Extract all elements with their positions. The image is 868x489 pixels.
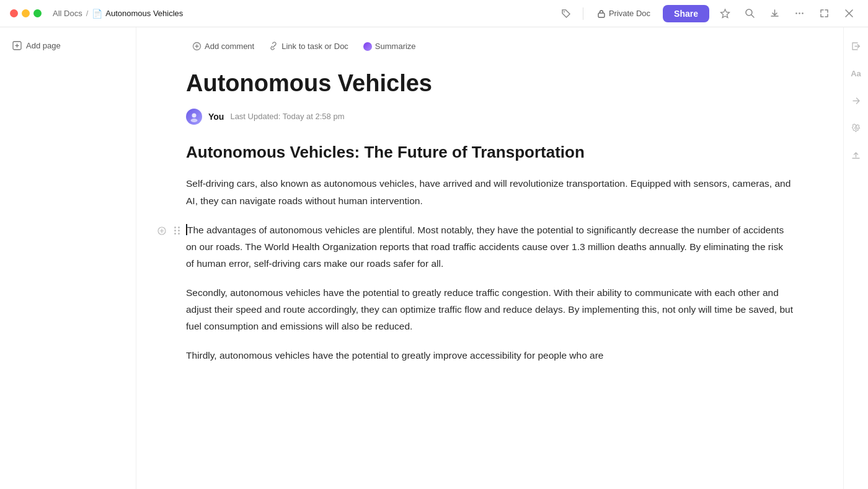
add-comment-btn[interactable]: Add comment [186,38,260,54]
paragraph-1-wrapper: Self-driving cars, also known as autonom… [186,175,794,209]
avatar [186,109,202,125]
divider [583,7,583,20]
minimize-traffic-light[interactable] [22,9,30,17]
drag-block-btn[interactable] [170,224,184,238]
export-icon-btn[interactable] [765,4,784,23]
add-block-btn[interactable] [155,224,169,238]
font-icon: Aa [851,69,861,78]
collapse-icon-btn[interactable] [848,37,865,55]
paragraph-4-wrapper: Thirdly, autonomous vehicles have the po… [186,347,794,364]
svg-marker-2 [720,9,729,18]
title-bar-left: All Docs / 📄 Autonomous Vehicles [10,9,183,19]
title-bar: All Docs / 📄 Autonomous Vehicles Private… [0,0,868,27]
svg-point-15 [855,127,857,129]
all-docs-link[interactable]: All Docs [53,9,82,18]
left-sidebar: Add page [0,27,136,489]
settings-icon-btn[interactable] [848,119,865,137]
summarize-icon [363,42,372,51]
close-traffic-light[interactable] [10,9,18,17]
block-controls [155,224,184,238]
share-icon-btn[interactable] [848,92,865,109]
doc-title[interactable]: Autonomous Vehicles [186,70,794,97]
breadcrumb-doc: 📄 Autonomous Vehicles [92,9,183,19]
close-icon-btn[interactable] [839,4,858,23]
svg-point-6 [799,12,800,14]
add-page-label: Add page [26,41,61,50]
doc-icon: 📄 [92,9,102,19]
upload-icon-btn[interactable] [848,146,865,164]
drag-icon [174,227,180,235]
tag-icon-btn[interactable] [557,4,575,23]
link-btn[interactable]: Link to task or Doc [263,38,355,54]
maximize-traffic-light[interactable] [33,9,42,17]
add-page-button[interactable]: Add page [7,37,66,54]
traffic-lights [10,9,42,17]
right-sidebar: Aa [843,27,868,489]
favorite-icon-btn[interactable] [715,4,734,23]
svg-rect-1 [598,13,604,17]
svg-point-0 [564,11,565,12]
content-area: Add comment Link to task or Doc Summariz… [136,27,843,489]
breadcrumb-sep: / [86,9,89,18]
svg-point-13 [191,119,198,122]
svg-point-7 [802,12,804,14]
paragraph-2-wrapper: The advantages of autonomous vehicles ar… [186,222,794,272]
content-toolbar: Add comment Link to task or Doc Summariz… [186,27,794,60]
svg-line-4 [751,15,754,17]
summarize-label: Summarize [375,42,416,51]
paragraph-3[interactable]: Secondly, autonomous vehicles have the p… [186,284,794,334]
svg-point-12 [192,113,197,117]
paragraph-2-text: The advantages of autonomous vehicles ar… [186,225,784,269]
private-doc-label: Private Doc [609,9,650,18]
breadcrumb: All Docs / 📄 Autonomous Vehicles [53,9,183,19]
private-doc-badge[interactable]: Private Doc [591,6,657,20]
paragraph-4[interactable]: Thirdly, autonomous vehicles have the po… [186,347,794,364]
svg-point-5 [795,12,797,14]
search-icon-btn[interactable] [740,4,759,23]
breadcrumb-doc-title[interactable]: Autonomous Vehicles [105,9,183,18]
font-icon-btn[interactable]: Aa [848,65,865,82]
link-label: Link to task or Doc [281,42,348,51]
more-icon-btn[interactable] [790,4,808,23]
paragraph-1[interactable]: Self-driving cars, also known as autonom… [186,175,794,209]
add-comment-label: Add comment [205,42,254,51]
main-layout: Add page Add comment Link to task or Doc [0,27,868,489]
summarize-btn[interactable]: Summarize [357,38,422,54]
paragraph-3-wrapper: Secondly, autonomous vehicles have the p… [186,284,794,334]
expand-icon-btn[interactable] [815,4,833,23]
content-heading[interactable]: Autonomous Vehicles: The Future of Trans… [186,142,794,163]
last-updated: Last Updated: Today at 2:58 pm [230,112,344,121]
title-bar-right: Private Doc Share [557,4,858,23]
author-name: You [208,112,224,122]
paragraph-2[interactable]: The advantages of autonomous vehicles ar… [186,222,794,272]
share-button[interactable]: Share [663,5,709,22]
author-row: You Last Updated: Today at 2:58 pm [186,109,794,125]
